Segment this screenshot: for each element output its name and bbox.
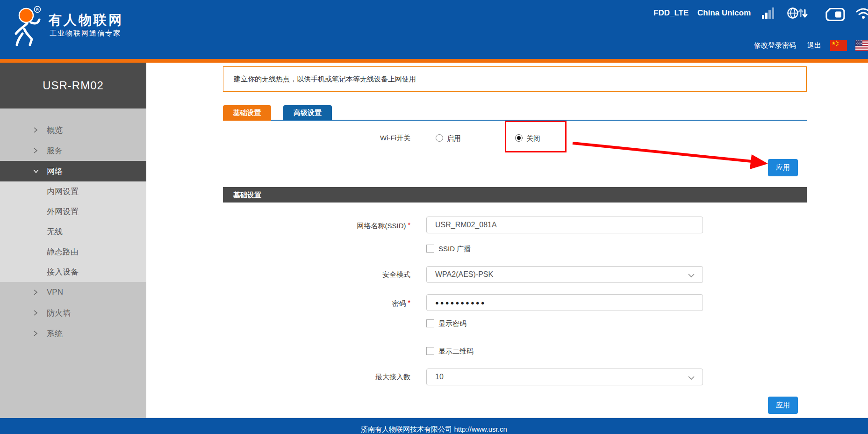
wifi-enable-radio[interactable]	[436, 134, 443, 142]
sidebar-item-label: 系统	[47, 328, 63, 339]
sidebar-item-system[interactable]: 系统	[0, 323, 146, 344]
svg-text:R: R	[36, 7, 39, 12]
usr-logo: R	[10, 5, 49, 51]
sidebar-item-label: VPN	[47, 288, 63, 297]
carrier-label: China Unicom	[697, 8, 751, 18]
wifi-enable-label[interactable]: 启用	[447, 134, 461, 143]
china-flag-icon[interactable]	[830, 40, 847, 51]
apply-wifi-switch-button[interactable]: 应用	[768, 159, 798, 176]
sidebar-item-label: 概览	[47, 125, 63, 136]
max-clients-label: 最大接入数	[270, 372, 410, 382]
us-flag-icon[interactable]	[855, 40, 868, 51]
show-password-label[interactable]: 显示密码	[438, 319, 466, 328]
sidebar-item-services[interactable]: 服务	[0, 140, 146, 161]
brand-name: 有人物联网	[49, 11, 123, 29]
wifi-switch-label: Wi-Fi开关	[270, 133, 410, 143]
password-input[interactable]	[426, 294, 703, 311]
signal-strength-icon	[762, 7, 776, 22]
hint-text: 建立你的无线热点，以供手机或笔记本等无线设备上网使用	[234, 75, 416, 84]
sidebar-item-overview[interactable]: 概览	[0, 120, 146, 140]
tab-basic-settings[interactable]: 基础设置	[223, 105, 271, 121]
sidebar: USR-RM02 概览 服务 网络 内网设置 外网设置 无线 静态路由 接入设备	[0, 63, 146, 418]
security-mode-value: WPA2(AES)-PSK	[435, 270, 493, 279]
sidebar-item-label: 服务	[47, 145, 63, 156]
max-clients-value: 10	[435, 373, 444, 381]
wifi-icon: off	[855, 6, 868, 22]
chevron-down-icon	[688, 374, 695, 383]
apply-basic-settings-button[interactable]: 应用	[768, 397, 798, 414]
ssid-broadcast-label[interactable]: SSID 广播	[438, 245, 471, 253]
required-asterisk: *	[408, 299, 410, 306]
ssid-label: 网络名称(SSID)*	[270, 220, 410, 231]
sidebar-subitem-wireless[interactable]: 无线	[0, 222, 146, 242]
sidebar-item-label: 网络	[47, 166, 63, 177]
footer-company-text: 济南有人物联网技术有限公司 http://www.usr.cn	[0, 425, 868, 434]
show-password-checkbox[interactable]	[426, 319, 434, 327]
max-clients-select[interactable]: 10	[426, 369, 703, 385]
security-mode-select[interactable]: WPA2(AES)-PSK	[426, 266, 703, 283]
required-asterisk: *	[408, 221, 410, 229]
show-qrcode-checkbox[interactable]	[426, 347, 434, 355]
chevron-right-icon	[33, 147, 40, 154]
chevron-right-icon	[33, 310, 40, 316]
show-qrcode-label[interactable]: 显示二维码	[438, 347, 473, 355]
sidebar-subitem-lan[interactable]: 内网设置	[0, 181, 146, 202]
chevron-down-icon	[33, 168, 40, 174]
sidebar-item-network[interactable]: 网络	[0, 161, 146, 181]
page-footer: 济南有人物联网技术有限公司 http://www.usr.cn	[0, 418, 868, 434]
header-accent-stripe	[0, 59, 868, 63]
hint-banner: 建立你的无线热点，以供手机或笔记本等无线设备上网使用	[223, 66, 807, 92]
app-header: R 有人物联网 工业物联网通信专家 FDD_LTE China Unicom	[0, 0, 868, 59]
wifi-disable-label[interactable]: 关闭	[526, 134, 540, 143]
ssid-broadcast-checkbox[interactable]	[426, 245, 434, 253]
change-password-link[interactable]: 修改登录密码	[754, 41, 796, 50]
basic-settings-section-header: 基础设置	[223, 187, 807, 203]
main-content: 建立你的无线热点，以供手机或笔记本等无线设备上网使用 基础设置 高级设置 Wi-…	[146, 63, 868, 418]
chevron-down-icon	[688, 272, 695, 280]
sidebar-subitem-static-route[interactable]: 静态路由	[0, 242, 146, 262]
globe-traffic-icon	[787, 6, 808, 22]
security-mode-label: 安全模式	[270, 270, 410, 279]
brand-slogan: 工业物联网通信专家	[50, 29, 121, 38]
chevron-right-icon	[33, 289, 40, 296]
logout-link[interactable]: 退出	[807, 41, 821, 50]
ssid-input[interactable]	[426, 217, 703, 233]
network-submenu: 内网设置 外网设置 无线 静态路由 接入设备	[0, 181, 146, 282]
sidebar-item-firewall[interactable]: 防火墙	[0, 303, 146, 323]
sidebar-item-label: 防火墙	[47, 308, 71, 318]
device-name: USR-RM02	[0, 63, 146, 108]
sidebar-item-vpn[interactable]: VPN	[0, 282, 146, 303]
sim-card-icon	[825, 7, 846, 23]
password-label: 密码*	[270, 298, 410, 308]
tab-advanced-settings[interactable]: 高级设置	[283, 105, 332, 121]
network-type-label: FDD_LTE	[653, 8, 689, 18]
chevron-right-icon	[33, 127, 40, 133]
sidebar-subitem-wan[interactable]: 外网设置	[0, 202, 146, 222]
sidebar-subitem-connected-devices[interactable]: 接入设备	[0, 262, 146, 282]
wifi-disable-radio[interactable]	[515, 134, 523, 142]
chevron-right-icon	[33, 330, 40, 337]
